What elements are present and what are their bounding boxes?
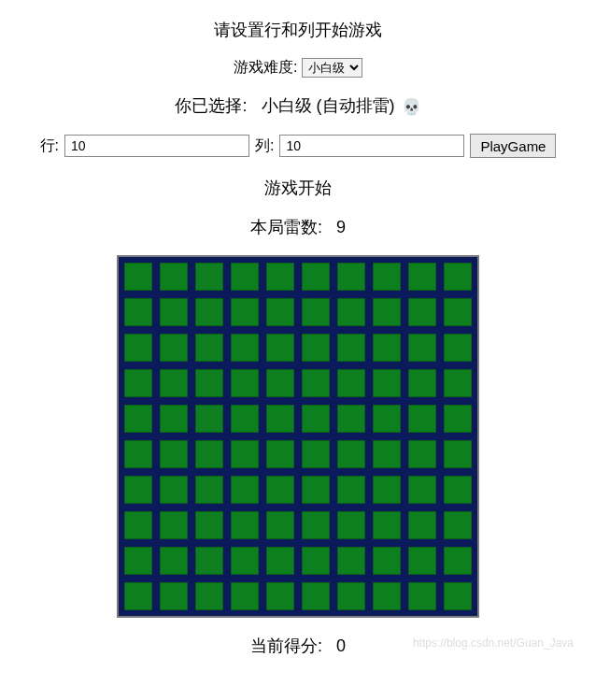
board-cell[interactable] <box>441 473 475 507</box>
board-cell[interactable] <box>121 402 155 436</box>
board-cell[interactable] <box>441 295 475 329</box>
board-cell[interactable] <box>228 544 262 578</box>
board-cell[interactable] <box>334 508 368 542</box>
board-cell[interactable] <box>263 260 297 293</box>
board-cell[interactable] <box>121 579 155 613</box>
board-cell[interactable] <box>192 544 226 578</box>
board-cell[interactable] <box>192 260 226 293</box>
board-cell[interactable] <box>405 402 439 436</box>
board-cell[interactable] <box>370 402 404 436</box>
board-cell[interactable] <box>370 331 404 364</box>
board-cell[interactable] <box>192 473 226 507</box>
board-cell[interactable] <box>405 260 439 293</box>
board-cell[interactable] <box>263 295 297 329</box>
board-cell[interactable] <box>334 366 368 400</box>
board-cell[interactable] <box>441 331 475 364</box>
board-cell[interactable] <box>334 544 368 578</box>
board-cell[interactable] <box>370 473 404 507</box>
board-cell[interactable] <box>157 402 191 436</box>
board-cell[interactable] <box>192 402 226 436</box>
board-cell[interactable] <box>441 366 475 400</box>
board-cell[interactable] <box>121 366 155 400</box>
board-cell[interactable] <box>441 544 475 578</box>
board-cell[interactable] <box>370 295 404 329</box>
board-cell[interactable] <box>334 260 368 293</box>
board-cell[interactable] <box>121 331 155 364</box>
board-cell[interactable] <box>228 366 262 400</box>
board-cell[interactable] <box>121 437 155 471</box>
board-cell[interactable] <box>299 295 333 329</box>
board-cell[interactable] <box>441 508 475 542</box>
board-cell[interactable] <box>228 579 262 613</box>
board-cell[interactable] <box>299 402 333 436</box>
board-cell[interactable] <box>299 473 333 507</box>
board-cell[interactable] <box>334 331 368 364</box>
board-cell[interactable] <box>192 366 226 400</box>
board-cell[interactable] <box>263 544 297 578</box>
board-cell[interactable] <box>157 295 191 329</box>
board-cell[interactable] <box>263 402 297 436</box>
board-cell[interactable] <box>334 473 368 507</box>
board-cell[interactable] <box>157 437 191 471</box>
board-cell[interactable] <box>370 260 404 293</box>
board-cell[interactable] <box>228 295 262 329</box>
board-cell[interactable] <box>299 544 333 578</box>
board-cell[interactable] <box>299 579 333 613</box>
board-cell[interactable] <box>192 508 226 542</box>
board-cell[interactable] <box>370 508 404 542</box>
board-cell[interactable] <box>299 508 333 542</box>
board-cell[interactable] <box>228 260 262 293</box>
board-cell[interactable] <box>157 366 191 400</box>
board-cell[interactable] <box>299 366 333 400</box>
board-cell[interactable] <box>157 260 191 293</box>
board-cell[interactable] <box>299 437 333 471</box>
board-cell[interactable] <box>121 295 155 329</box>
board-cell[interactable] <box>157 579 191 613</box>
board-cell[interactable] <box>157 544 191 578</box>
board-cell[interactable] <box>334 295 368 329</box>
board-cell[interactable] <box>228 437 262 471</box>
board-cell[interactable] <box>263 508 297 542</box>
board-cell[interactable] <box>121 544 155 578</box>
board-cell[interactable] <box>441 260 475 293</box>
board-cell[interactable] <box>405 473 439 507</box>
board-cell[interactable] <box>192 437 226 471</box>
board-cell[interactable] <box>299 260 333 293</box>
board-cell[interactable] <box>405 508 439 542</box>
board-cell[interactable] <box>405 544 439 578</box>
board-cell[interactable] <box>263 579 297 613</box>
play-button[interactable]: PlayGame <box>470 134 556 158</box>
board-cell[interactable] <box>334 402 368 436</box>
board-cell[interactable] <box>334 579 368 613</box>
board-cell[interactable] <box>405 437 439 471</box>
board-cell[interactable] <box>157 331 191 364</box>
difficulty-select[interactable]: 小白级 <box>302 58 362 78</box>
board-cell[interactable] <box>192 331 226 364</box>
board-cell[interactable] <box>405 331 439 364</box>
board-cell[interactable] <box>299 331 333 364</box>
board-cell[interactable] <box>370 437 404 471</box>
board-cell[interactable] <box>263 473 297 507</box>
board-cell[interactable] <box>121 260 155 293</box>
board-cell[interactable] <box>441 402 475 436</box>
board-cell[interactable] <box>263 331 297 364</box>
board-cell[interactable] <box>441 437 475 471</box>
board-cell[interactable] <box>228 508 262 542</box>
board-cell[interactable] <box>228 402 262 436</box>
board-cell[interactable] <box>192 579 226 613</box>
board-cell[interactable] <box>228 331 262 364</box>
board-cell[interactable] <box>405 579 439 613</box>
board-cell[interactable] <box>157 508 191 542</box>
board-cell[interactable] <box>121 473 155 507</box>
board-cell[interactable] <box>370 544 404 578</box>
board-cell[interactable] <box>263 366 297 400</box>
rows-input[interactable] <box>64 135 249 157</box>
board-cell[interactable] <box>405 366 439 400</box>
board-cell[interactable] <box>228 473 262 507</box>
board-cell[interactable] <box>370 579 404 613</box>
cols-input[interactable] <box>279 135 464 157</box>
board-cell[interactable] <box>405 295 439 329</box>
board-cell[interactable] <box>441 579 475 613</box>
board-cell[interactable] <box>121 508 155 542</box>
board-cell[interactable] <box>370 366 404 400</box>
